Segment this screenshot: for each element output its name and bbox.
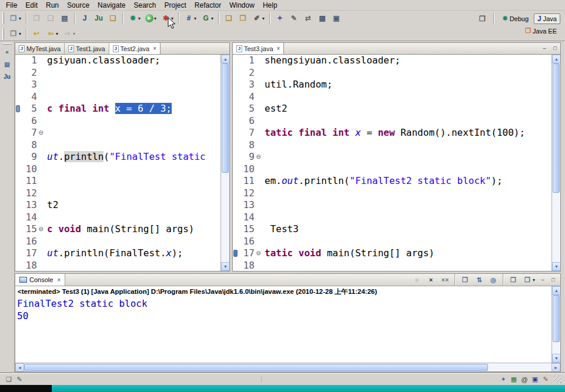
code-text[interactable]: em.out.println("FinalTest2 static block"… [265,175,551,187]
tray-icon-5[interactable]: ✎ [541,376,550,383]
scrollbar-thumb[interactable] [222,63,229,173]
menu-project[interactable]: Project [160,1,190,10]
scroll-down-icon[interactable]: ▼ [552,354,560,363]
open-type-button[interactable]: ✎ [287,12,300,25]
menu-help[interactable]: Help [259,1,282,10]
scrollbar-track[interactable] [552,63,560,262]
new-junit-test-button[interactable]: Ju [92,12,105,25]
code-text[interactable] [47,91,220,103]
scroll-up-icon[interactable]: ▲ [552,55,560,63]
back-button[interactable]: ⇦▾ [44,28,60,40]
open-resource-button[interactable]: ❐ [236,12,249,25]
code-text[interactable]: tatic void main(String[] args) [265,247,551,260]
resize-grip[interactable] [554,376,561,383]
dropdown-arrow-icon[interactable]: ▾ [262,16,265,21]
code-text[interactable] [47,139,220,152]
dropdown-arrow-icon[interactable]: ▾ [171,16,173,21]
code-text[interactable]: util.Random; [265,79,551,91]
code-text[interactable]: est2 [265,103,551,115]
new-ee-wizard-button[interactable]: ❒▾ [7,28,23,40]
tray-icon-3[interactable]: @ [520,376,529,383]
scrollbar-thumb[interactable] [553,295,560,342]
dropdown-arrow-icon[interactable]: ▾ [194,16,196,21]
statusbar-edit-icon[interactable]: ✎ [15,376,24,383]
code-text[interactable] [265,139,551,152]
code-text[interactable]: ut.println("FinalTest static [47,151,220,163]
right-editor[interactable]: 1shengsiyuan.classloader;23util.Random;4… [233,55,551,271]
dropdown-arrow-icon[interactable]: ▾ [73,31,75,36]
left-editor-scrollbar[interactable]: ▲ ▼ [220,55,229,271]
code-text[interactable] [47,187,220,200]
clear-console-button[interactable]: ❒ [459,274,472,286]
tab-test2-java[interactable]: JTest2.java× [109,43,161,54]
dropdown-arrow-icon[interactable]: ▾ [211,16,213,21]
console-tab[interactable]: Console × [15,274,65,286]
open-console-button[interactable]: ❒▾ [521,274,537,286]
code-text[interactable] [47,236,220,248]
new-java-project-button[interactable]: J [78,12,91,25]
console-close-icon[interactable]: × [57,277,61,283]
scrollbar-track[interactable] [221,63,229,262]
code-text[interactable] [265,212,551,224]
collapse-icon[interactable]: ⊖ [256,152,261,161]
console-scrollbar[interactable]: ▲ ▼ [551,286,560,363]
tab-close-icon[interactable]: × [153,45,156,52]
new-folder-button[interactable]: ❏ [222,12,235,25]
search-button[interactable]: ✦ [273,12,286,25]
tab-test3-java[interactable]: JTest3.java× [233,43,284,54]
code-text[interactable] [47,67,220,79]
scroll-lock-button[interactable]: ⇅ [473,274,486,286]
package-explorer-fastview-button[interactable]: ▤ [2,60,13,69]
code-text[interactable] [265,151,551,163]
code-text[interactable] [265,199,551,212]
tray-icon-1[interactable]: ✦ [499,376,508,383]
code-text[interactable] [47,127,220,139]
scroll-left-icon[interactable]: ◄ [15,363,24,372]
code-text[interactable]: gsiyuan.classloader; [47,55,220,67]
hscrollbar-track[interactable] [24,363,551,371]
code-text[interactable] [265,187,551,200]
console-maximize-button[interactable]: □ [549,276,557,284]
web-browser-button[interactable]: G▾ [199,12,215,25]
code-text[interactable] [47,260,220,272]
navigate-button[interactable]: ⇄ [302,12,315,25]
dropdown-arrow-icon[interactable]: ▾ [533,277,535,283]
javaee-perspective-button[interactable]: ❒ Java EE [521,26,560,36]
java-perspective-button[interactable]: J Java [534,14,560,24]
debug-button[interactable]: ✹▾ [126,12,142,25]
new-package-button[interactable]: ❑ [106,12,119,25]
code-text[interactable]: shengsiyuan.classloader; [265,55,551,67]
scroll-down-icon[interactable]: ▼ [221,262,229,271]
code-text[interactable] [47,115,220,128]
grid-button[interactable]: ▦ [316,12,329,25]
code-text[interactable]: c final int x = 6 / 3; [47,103,220,115]
run-button[interactable]: ▶▾ [143,12,158,25]
dropdown-arrow-icon[interactable]: ▾ [56,31,58,36]
display-selected-console-button[interactable]: ❐ [507,274,520,286]
code-text[interactable] [47,79,220,91]
dropdown-arrow-icon[interactable]: ▾ [19,16,21,21]
code-text[interactable] [265,236,551,248]
menu-navigate[interactable]: Navigate [93,1,129,10]
dropdown-arrow-icon[interactable]: ▾ [154,16,156,21]
collapse-icon[interactable]: ⊖ [39,128,44,137]
code-text[interactable] [47,175,220,187]
code-text[interactable]: tatic final int x = new Random().nextInt… [265,127,551,139]
scroll-down-icon[interactable]: ▼ [552,262,560,271]
menu-search[interactable]: Search [129,1,160,10]
annotations-dropdown-button[interactable]: ✐▾ [250,12,266,25]
tray-icon-2[interactable]: ▦ [509,376,519,383]
debug-perspective-button[interactable]: ✹ Debug [499,14,532,24]
open-perspective-button[interactable]: ❐ [476,12,489,25]
tab-close-icon[interactable]: × [277,45,280,52]
scrollbar-track[interactable] [552,295,560,354]
right-editor-scrollbar[interactable]: ▲ ▼ [551,55,560,271]
code-text[interactable] [47,163,220,176]
print-button[interactable]: ▤ [58,12,71,25]
collapse-icon[interactable]: ⊖ [39,225,44,233]
editor-minimize-button[interactable]: – [540,45,549,52]
scrollbar-thumb[interactable] [553,63,560,193]
code-text[interactable] [47,212,220,224]
menu-window[interactable]: Window [225,1,259,10]
fastview-toggle-icon[interactable]: « [2,48,13,57]
